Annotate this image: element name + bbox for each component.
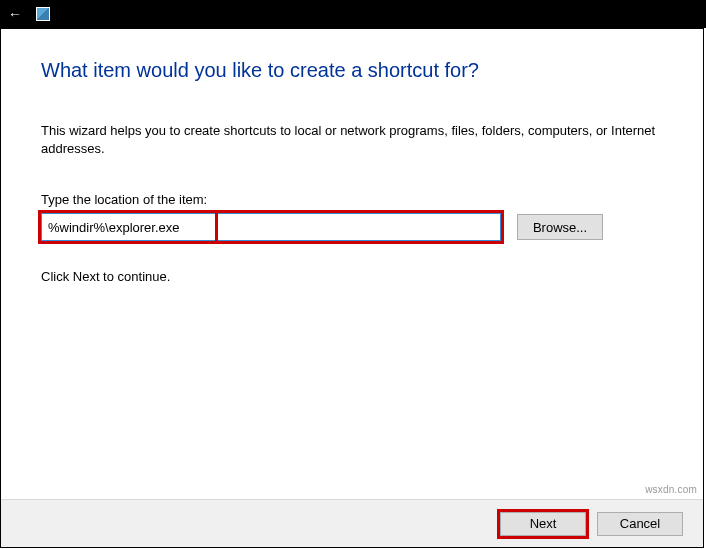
watermark-text: wsxdn.com [645,484,697,495]
page-heading: What item would you like to create a sho… [41,59,663,82]
continue-instruction: Click Next to continue. [41,269,663,284]
back-arrow-icon[interactable]: ← [8,6,22,22]
location-row: Browse... [41,213,663,241]
dialog-footer: Next Cancel [1,499,703,547]
shortcut-wizard-icon [36,7,50,21]
window-titlebar: ← [0,0,706,28]
browse-button[interactable]: Browse... [517,214,603,240]
next-button-highlight: Next [497,509,589,539]
next-button[interactable]: Next [500,512,586,536]
dialog-frame: What item would you like to create a sho… [0,28,704,548]
location-input[interactable] [41,213,501,241]
wizard-description: This wizard helps you to create shortcut… [41,122,663,158]
cancel-button[interactable]: Cancel [597,512,683,536]
dialog-content: What item would you like to create a sho… [1,29,703,284]
location-label: Type the location of the item: [41,192,663,207]
